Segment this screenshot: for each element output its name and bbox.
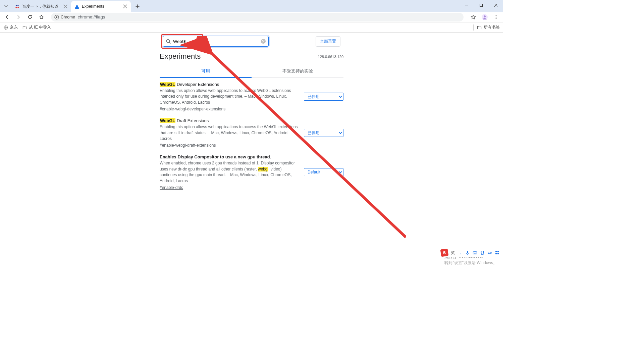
svg-rect-22 (497, 251, 499, 252)
svg-point-8 (484, 15, 486, 17)
ime-lang-toggle[interactable]: 英 (450, 250, 455, 255)
tab-title: Experiments (82, 4, 120, 9)
experiment-state-select[interactable]: 已停用 (304, 129, 343, 137)
tab-available[interactable]: 可用 (160, 65, 252, 78)
close-circle-icon (261, 39, 266, 44)
new-tab-button[interactable] (133, 2, 142, 11)
clear-search-button[interactable] (260, 38, 266, 44)
experiment-description: Enabling this option allows web applicat… (160, 88, 299, 105)
svg-point-1 (17, 4, 19, 6)
experiment-row: WebGL Developer Extensions Enabling this… (160, 78, 343, 114)
url-text: chrome://flags (78, 14, 105, 19)
svg-point-13 (167, 40, 170, 43)
tab-title: 百度一下，你就知道 (22, 4, 61, 9)
svg-rect-4 (480, 4, 482, 6)
ime-toolbox-icon[interactable] (494, 250, 500, 255)
ime-game-icon[interactable] (487, 250, 492, 255)
site-info-chip[interactable]: Chrome (54, 15, 75, 19)
experiment-description: When enabled, chrome uses 2 gpu threads … (160, 160, 299, 184)
ime-keyboard-icon[interactable] (472, 250, 478, 255)
all-bookmarks-label: 所有书签 (484, 24, 500, 30)
globe-icon (3, 25, 8, 30)
baidu-favicon-icon (15, 4, 20, 9)
svg-point-20 (491, 253, 491, 253)
folder-icon (477, 25, 482, 30)
experiment-state-select[interactable]: 已停用 (304, 93, 343, 101)
search-icon (166, 39, 171, 44)
tab-experiments[interactable]: Experiments (71, 1, 131, 12)
forward-button[interactable] (14, 13, 23, 21)
svg-point-10 (496, 16, 497, 17)
bookmark-label: 京东 (10, 24, 18, 30)
window-controls (459, 0, 503, 10)
svg-point-19 (490, 252, 491, 253)
flags-search-row: 全部重置 (0, 33, 503, 50)
experiment-description: Enabling this option allows web applicat… (160, 124, 299, 142)
bookmark-star-button[interactable] (469, 13, 478, 21)
experiment-title: WebGL Draft Extensions (160, 118, 299, 123)
menu-button[interactable] (492, 13, 500, 21)
experiment-hash-link[interactable]: #enable-webgl-developer-extensions (160, 107, 225, 111)
minimize-button[interactable] (459, 0, 474, 10)
svg-point-11 (496, 18, 497, 19)
tab-search-button[interactable] (2, 2, 10, 10)
experiment-title: WebGL Developer Extensions (160, 82, 299, 87)
reset-all-button[interactable]: 全部重置 (316, 36, 340, 47)
svg-point-0 (16, 5, 17, 6)
close-window-button[interactable] (488, 0, 503, 10)
chip-label: Chrome (61, 15, 75, 19)
titlebar: 百度一下，你就知道 Experiments (0, 0, 503, 12)
browser-toolbar: Chrome chrome://flags (0, 12, 503, 22)
ime-skin-icon[interactable] (480, 250, 485, 255)
bookmark-ie-import[interactable]: 从 IE 中导入 (22, 24, 51, 30)
ime-mic-icon[interactable] (465, 250, 470, 255)
svg-point-2 (15, 7, 17, 8)
experiment-hash-link[interactable]: #enable-drdc (160, 185, 183, 190)
watermark-line2: 转到"设置"以激活 Windows。 (444, 260, 497, 266)
maximize-button[interactable] (474, 0, 488, 10)
experiment-hash-link[interactable]: #enable-webgl-draft-extensions (160, 143, 216, 148)
tab-unavailable[interactable]: 不受支持的实验 (252, 65, 343, 78)
flask-icon (74, 4, 79, 9)
close-icon[interactable] (123, 4, 127, 9)
svg-rect-24 (497, 253, 499, 254)
address-bar[interactable]: Chrome chrome://flags (51, 13, 464, 21)
close-icon[interactable] (63, 4, 68, 9)
svg-point-3 (17, 6, 19, 8)
ime-punct-toggle[interactable]: ， (458, 250, 463, 255)
sogou-logo-icon[interactable]: S (440, 249, 449, 257)
flags-main: Experiments 128.0.6613.120 可用 不受支持的实验 We… (160, 52, 343, 193)
plus-icon (136, 4, 140, 8)
experiment-row: WebGL Draft Extensions Enabling this opt… (160, 114, 343, 150)
all-bookmarks-button[interactable]: 所有书签 (473, 24, 500, 31)
profile-avatar[interactable] (480, 13, 489, 21)
page-content: 全部重置 Experiments 128.0.6613.120 可用 不受支持的… (0, 33, 503, 272)
bookmark-label: 从 IE 中导入 (29, 24, 51, 30)
flags-tabs: 可用 不受支持的实验 (160, 65, 343, 78)
folder-icon (22, 25, 27, 30)
reload-button[interactable] (25, 13, 34, 21)
svg-point-6 (56, 16, 57, 17)
experiment-row: Enables Display Compositor to use a new … (160, 150, 343, 193)
svg-rect-21 (495, 251, 497, 252)
chrome-icon (54, 15, 59, 19)
ime-toolbar[interactable]: S 英 ， (439, 248, 501, 257)
experiment-state-select[interactable]: Default (304, 168, 343, 176)
back-button[interactable] (3, 13, 11, 21)
svg-point-9 (496, 15, 497, 16)
svg-rect-16 (467, 251, 468, 253)
experiment-title: Enables Display Compositor to use a new … (160, 154, 299, 159)
bookmark-jd[interactable]: 京东 (3, 24, 18, 30)
chevron-down-icon (4, 4, 8, 8)
bookmarks-bar: 京东 从 IE 中导入 所有书签 (0, 22, 503, 33)
flags-search-input[interactable] (173, 39, 258, 44)
tab-baidu[interactable]: 百度一下，你就知道 (11, 1, 71, 12)
home-button[interactable] (37, 13, 46, 21)
flags-search-box[interactable] (163, 36, 269, 47)
svg-rect-23 (495, 253, 497, 254)
